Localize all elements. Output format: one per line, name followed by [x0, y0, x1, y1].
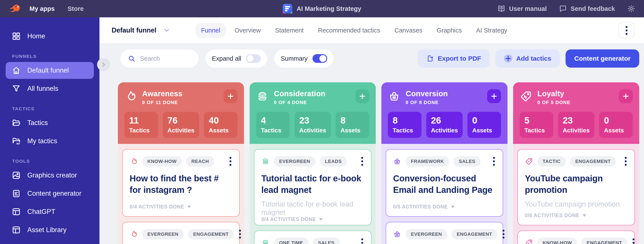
card-subtitle: YouTube campaign promotion: [525, 200, 628, 208]
activities-expander[interactable]: 0/4 ACTIVITIES DONE: [130, 204, 232, 210]
stat-assets: 8 Assets: [336, 112, 369, 138]
funnel-selector-dropdown[interactable]: Default funnel: [112, 26, 170, 34]
sidebar-item-asset-library[interactable]: Asset Library: [6, 222, 94, 238]
card-menu-button[interactable]: [632, 238, 635, 244]
tag-badge: KNOW-HOW: [538, 238, 577, 244]
expand-all-toggle[interactable]: Expand all: [206, 50, 267, 68]
column-loyalty: Loyalty 0 OF 5 DONE 5 Tactics 23 Activit…: [513, 82, 639, 244]
tab-overview[interactable]: Overview: [229, 23, 266, 38]
add-tactic-to-awareness-button[interactable]: [224, 89, 238, 103]
tag-badge: EVERGREEN: [142, 229, 184, 240]
funnel-header: Default funnel Funnel Overview Statement…: [100, 17, 644, 44]
card-title[interactable]: Tutorial tactic for e-book lead magnet: [261, 173, 364, 196]
card-menu-button[interactable]: [624, 156, 628, 167]
card-menu-button[interactable]: [360, 238, 364, 244]
price-tag-icon: [525, 157, 533, 166]
column-title: Loyalty: [538, 89, 619, 98]
funnel-menu-button[interactable]: [618, 22, 634, 38]
price-tag-icon: [520, 90, 532, 103]
tab-graphics[interactable]: Graphics: [431, 23, 468, 38]
stat-tactics: 8 Tactics: [388, 112, 422, 138]
column-loyalty-header: Loyalty 0 OF 5 DONE 5 Tactics 23 Activit…: [513, 82, 639, 144]
card-menu-button[interactable]: [360, 156, 364, 167]
card-menu-button[interactable]: [238, 229, 242, 240]
home-icon: [12, 66, 21, 75]
nav-my-apps[interactable]: My apps: [30, 5, 54, 12]
ai-marketing-strategy-app-icon: [283, 4, 292, 14]
card-menu-button[interactable]: [228, 156, 232, 167]
sidebar-item-all-funnels[interactable]: All funnels: [6, 80, 94, 97]
tactic-card[interactable]: TACTIC ENGAGEMENT YouTube campaign promo…: [518, 149, 635, 225]
sidebar-collapse-button[interactable]: [97, 58, 110, 71]
export-to-pdf-button[interactable]: Export to PDF: [418, 50, 490, 68]
activities-expander[interactable]: 0/4 ACTIVITIES DONE: [261, 216, 364, 222]
sidebar-item-graphics-creator[interactable]: Graphics creator: [6, 167, 94, 184]
tab-funnel[interactable]: Funnel: [196, 23, 226, 38]
stat-activities: 23 Activities: [558, 112, 594, 138]
card-menu-button[interactable]: [502, 229, 505, 240]
board-toolbar: Expand all Summary Export to PDF Add tac…: [118, 50, 639, 68]
flame-icon: [130, 230, 138, 238]
topbar: My apps Store AI Marketing Strategy User…: [0, 0, 644, 17]
tag-badge: LEADS: [320, 156, 347, 167]
semrush-logo-icon[interactable]: [9, 3, 21, 14]
sidebar-item-my-tactics[interactable]: MY My tactics: [6, 132, 94, 150]
tactic-card[interactable]: EVERGREEN ENGAGEMENT 7 Days of Instagram: [122, 222, 240, 244]
add-tactic-to-consideration-button[interactable]: [355, 89, 369, 103]
search-box[interactable]: [120, 50, 198, 68]
tag-badge: SALES: [313, 238, 340, 244]
tab-canvases[interactable]: Canvases: [389, 23, 428, 38]
sidebar-section-funnels: FUNNELS: [12, 54, 94, 59]
chevron-right-icon: [101, 62, 106, 68]
funnel-board: Awareness 0 OF 11 DONE 11 Tactics 76 Act…: [118, 82, 639, 244]
content-generator-button[interactable]: Content generator: [566, 50, 639, 68]
tactic-card[interactable]: EVERGREEN ENGAGEMENT The Survey Response: [386, 222, 503, 244]
search-input[interactable]: [140, 55, 191, 62]
burger-icon: [261, 239, 270, 244]
add-tactic-to-conversion-button[interactable]: [487, 89, 501, 103]
tag-badge: ENGAGEMENT: [582, 238, 627, 244]
sidebar-item-home[interactable]: Home: [6, 28, 94, 45]
add-tactic-to-loyalty-button[interactable]: [619, 89, 633, 103]
send-feedback-button[interactable]: Send feedback: [559, 4, 615, 13]
caret-down-icon: [319, 218, 323, 220]
settings-gear-icon[interactable]: [627, 4, 635, 13]
tactic-card[interactable]: EVERGREEN LEADS Tutorial tactic for e-bo…: [254, 149, 372, 225]
tactic-card[interactable]: FRAMEWORK SALES Conversion-focused Email…: [386, 149, 503, 217]
activities-expander[interactable]: 0/5 ACTIVITIES DONE: [393, 204, 496, 210]
chat-bubble-icon: [559, 4, 567, 13]
summary-toggle[interactable]: Summary: [274, 50, 334, 68]
topbar-nav: My apps Store: [30, 5, 84, 12]
app-switcher[interactable]: AI Marketing Strategy: [283, 0, 361, 17]
nav-store[interactable]: Store: [68, 5, 84, 12]
stat-tactics: 5 Tactics: [520, 112, 553, 138]
folder-open-icon: [12, 118, 21, 128]
add-tactics-button[interactable]: Add tactics: [495, 50, 560, 68]
activities-expander[interactable]: 0/6 ACTIVITIES DONE: [525, 212, 628, 218]
user-manual-button[interactable]: User manual: [497, 4, 547, 13]
sidebar-item-content-generator[interactable]: Content generator: [6, 185, 94, 202]
expand-all-switch[interactable]: [246, 54, 261, 63]
tactic-card[interactable]: KNOW-HOW REACH How to find the best # fo…: [122, 149, 240, 217]
card-title[interactable]: YouTube campaign promotion: [525, 173, 628, 196]
sidebar-item-tactics[interactable]: Tactics: [6, 114, 94, 131]
card-title[interactable]: How to find the best # for instagram ?: [130, 173, 232, 196]
column-title: Awareness: [142, 89, 224, 98]
column-done-count: 0 OF 5 DONE: [538, 100, 619, 105]
tactic-card[interactable]: ONE TIME SALES: [254, 230, 372, 244]
sidebar-item-default-funnel[interactable]: Default funnel: [6, 62, 94, 79]
tag-badge: KNOW-HOW: [142, 156, 182, 167]
summary-switch[interactable]: [312, 54, 327, 63]
layout-panel-icon: [12, 207, 21, 216]
tab-recommended-tactics[interactable]: Recommended tactics: [312, 23, 386, 38]
stat-activities: 23 Activities: [294, 112, 331, 138]
tab-statement[interactable]: Statement: [269, 23, 309, 38]
card-title[interactable]: Conversion-focused Email and Landing Pag…: [393, 173, 496, 196]
funnel-icon: [12, 84, 21, 93]
card-menu-button[interactable]: [492, 156, 496, 167]
tactic-card[interactable]: KNOW-HOW ENGAGEMENT: [518, 230, 635, 244]
tag-badge: SALES: [454, 156, 480, 167]
tab-ai-strategy[interactable]: AI Strategy: [470, 23, 513, 38]
document-lines-icon: [12, 189, 21, 198]
sidebar-item-chatgpt[interactable]: ChatGPT: [6, 203, 94, 220]
